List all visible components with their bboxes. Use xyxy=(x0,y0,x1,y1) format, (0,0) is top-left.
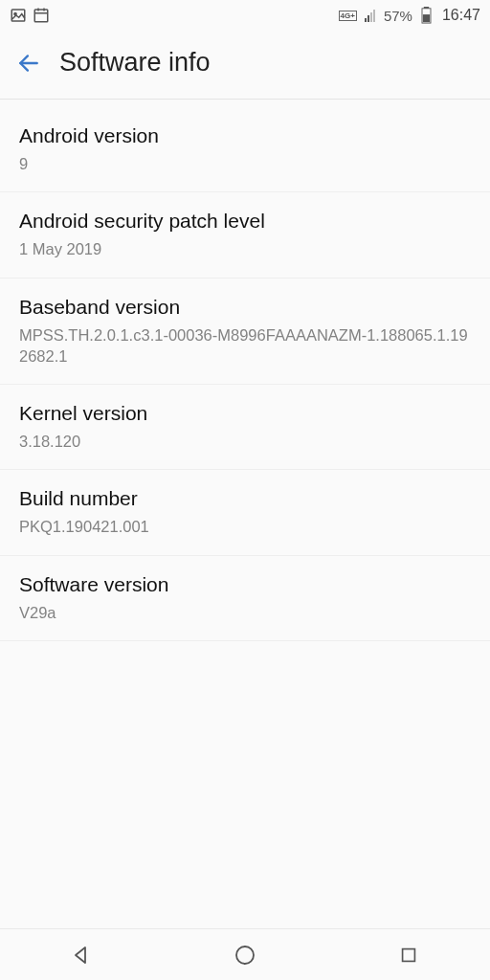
row-label: Build number xyxy=(19,487,471,510)
settings-list: Android version 9 Android security patch… xyxy=(0,100,490,641)
row-label: Software version xyxy=(19,573,471,596)
row-label: Android version xyxy=(19,124,471,147)
battery-icon xyxy=(418,7,435,24)
nav-back-button[interactable] xyxy=(68,942,95,969)
back-button[interactable] xyxy=(15,50,42,77)
status-right: 4G+ 57% 16:47 xyxy=(339,7,480,24)
build-number-row[interactable]: Build number PKQ1.190421.001 xyxy=(0,470,490,555)
android-version-row[interactable]: Android version 9 xyxy=(0,100,490,192)
row-value: PKQ1.190421.001 xyxy=(19,516,471,537)
row-label: Kernel version xyxy=(19,402,471,425)
kernel-version-row[interactable]: Kernel version 3.18.120 xyxy=(0,385,490,470)
app-header: Software info xyxy=(0,31,490,100)
row-value: V29a xyxy=(19,602,471,623)
status-bar: 4G+ 57% 16:47 xyxy=(0,0,490,31)
calendar-icon xyxy=(33,7,50,24)
navigation-bar xyxy=(0,928,490,980)
battery-percent: 57% xyxy=(384,8,412,24)
row-label: Android security patch level xyxy=(19,210,471,233)
row-label: Baseband version xyxy=(19,296,471,319)
nav-home-button[interactable] xyxy=(232,942,258,969)
security-patch-row[interactable]: Android security patch level 1 May 2019 xyxy=(0,192,490,278)
baseband-version-row[interactable]: Baseband version MPSS.TH.2.0.1.c3.1-0003… xyxy=(0,278,490,386)
network-badge: 4G+ xyxy=(339,11,357,21)
nav-recent-button[interactable] xyxy=(395,942,422,969)
software-version-row[interactable]: Software version V29a xyxy=(0,556,490,641)
svg-rect-12 xyxy=(402,948,414,961)
page-title: Software info xyxy=(59,48,211,78)
row-value: 9 xyxy=(19,153,471,174)
svg-marker-10 xyxy=(76,947,85,963)
clock: 16:47 xyxy=(442,7,480,24)
svg-rect-2 xyxy=(34,10,48,22)
row-value: MPSS.TH.2.0.1.c3.1-00036-M8996FAAAANAZM-… xyxy=(19,324,471,368)
signal-strength-icon xyxy=(361,9,378,22)
svg-rect-8 xyxy=(423,14,430,22)
row-value: 1 May 2019 xyxy=(19,238,471,259)
picture-icon xyxy=(10,7,27,24)
svg-point-11 xyxy=(236,947,254,964)
row-value: 3.18.120 xyxy=(19,431,471,452)
status-left xyxy=(10,7,50,24)
